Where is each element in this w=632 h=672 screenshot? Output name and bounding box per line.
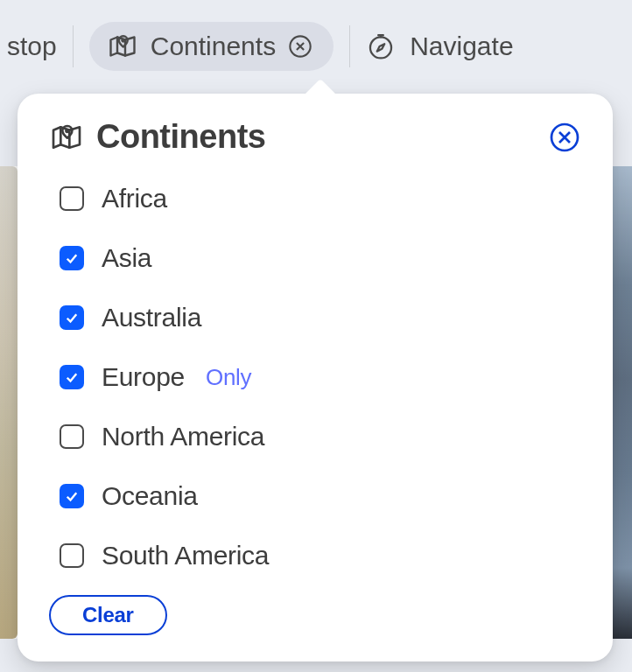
option-row[interactable]: North America (60, 410, 581, 464)
option-label: Asia (102, 243, 151, 273)
svg-point-2 (370, 37, 391, 58)
option-label: North America (102, 422, 264, 452)
map-pin-icon (49, 120, 84, 155)
checkbox[interactable] (60, 484, 84, 508)
option-label: South America (102, 541, 269, 570)
svg-point-3 (65, 128, 69, 132)
option-row[interactable]: EuropeOnly (60, 350, 581, 404)
close-icon (549, 122, 580, 153)
check-icon (64, 488, 80, 504)
check-icon (64, 310, 80, 326)
topbar: stop Continents Navigate (0, 0, 632, 92)
option-label: Oceania (102, 481, 198, 511)
checkbox[interactable] (60, 365, 84, 389)
background-tile-left (0, 166, 18, 639)
clear-button[interactable]: Clear (49, 595, 167, 635)
option-label: Europe (102, 362, 185, 392)
option-row[interactable]: South America (60, 528, 581, 583)
clear-pill-icon[interactable] (288, 34, 312, 59)
close-button[interactable] (548, 121, 581, 154)
checkbox[interactable] (60, 246, 84, 270)
continents-popover: Continents AfricaAsiaAustraliaEuropeOnly… (18, 94, 613, 662)
check-icon (64, 250, 80, 266)
divider (73, 25, 74, 67)
option-label: Africa (102, 184, 167, 214)
navigate-filter-button[interactable]: Navigate (366, 32, 513, 61)
checkbox[interactable] (60, 543, 84, 568)
compass-icon (366, 32, 396, 61)
option-label: Australia (102, 303, 201, 332)
option-row[interactable]: Africa (60, 172, 581, 226)
option-row[interactable]: Australia (60, 290, 581, 345)
option-row[interactable]: Asia (60, 231, 581, 285)
prev-filter-fragment: stop (7, 32, 57, 61)
svg-point-0 (121, 38, 125, 42)
popover-header: Continents (49, 118, 581, 156)
checkbox[interactable] (60, 424, 84, 449)
options-list: AfricaAsiaAustraliaEuropeOnlyNorth Ameri… (49, 172, 581, 583)
popover-title: Continents (96, 118, 265, 156)
navigate-label: Navigate (410, 32, 513, 61)
only-button[interactable]: Only (206, 364, 251, 391)
continents-pill-label: Continents (151, 32, 276, 61)
divider (349, 25, 350, 67)
check-icon (64, 369, 80, 385)
map-pin-icon (107, 31, 138, 62)
checkbox[interactable] (60, 305, 84, 330)
continents-filter-pill[interactable]: Continents (89, 22, 334, 71)
option-row[interactable]: Oceania (60, 469, 581, 523)
checkbox[interactable] (60, 186, 84, 211)
